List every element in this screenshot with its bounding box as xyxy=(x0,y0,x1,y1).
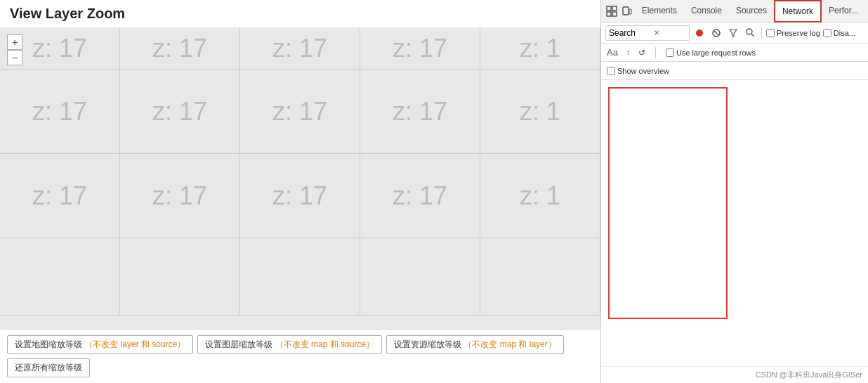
devtools-search-bar: ✕ Preserve log xyxy=(601,22,868,44)
large-rows-input[interactable] xyxy=(666,48,674,57)
devtools-content xyxy=(601,80,868,366)
btn-highlight-text: （不改变 map 和 source） xyxy=(275,339,374,349)
set-layer-zoom-button[interactable]: 设置图层缩放等级 （不改变 map 和 source） xyxy=(197,335,382,354)
svg-rect-1 xyxy=(612,6,617,11)
zoom-label: z: 17 xyxy=(393,97,447,126)
map-section: View Layer Zoom z: 17 z: 17 z: 17 z: 17 … xyxy=(0,0,600,383)
map-grid-cell: z: 1 xyxy=(480,70,600,154)
preserve-log-input[interactable] xyxy=(766,29,775,37)
tab-network[interactable]: Network xyxy=(774,0,822,22)
zoom-label: z: 17 xyxy=(32,34,87,63)
filter-button[interactable] xyxy=(726,26,740,40)
svg-rect-3 xyxy=(612,12,617,16)
disable-cache-input[interactable] xyxy=(823,29,831,37)
show-overview-input[interactable] xyxy=(607,67,615,75)
tab-console[interactable]: Console xyxy=(684,0,729,22)
refresh-icon[interactable]: ↺ xyxy=(638,48,645,58)
set-source-zoom-button[interactable]: 设置资源缩放等级 （不改变 map 和 layer） xyxy=(386,335,564,354)
options-separator: ↕ xyxy=(626,48,630,56)
preserve-log-checkbox[interactable]: Preserve log xyxy=(766,29,820,37)
map-grid-cell: z: 17 xyxy=(240,154,360,238)
map-grid-cell: z: 17 xyxy=(240,70,360,154)
svg-rect-4 xyxy=(623,7,629,15)
svg-line-8 xyxy=(714,31,718,35)
map-grid-row: z: 17 z: 17 z: 17 z: 17 z: 1 xyxy=(0,27,600,70)
svg-point-6 xyxy=(696,30,703,37)
device-toggle-icon[interactable] xyxy=(621,4,633,18)
zoom-label: z: 17 xyxy=(272,97,327,126)
map-grid: z: 17 z: 17 z: 17 z: 17 z: 1 z: 17 z: 17… xyxy=(0,27,600,329)
map-grid-cell xyxy=(0,238,120,316)
clear-button[interactable] xyxy=(709,26,723,40)
svg-rect-2 xyxy=(607,12,611,16)
zoom-label: z: 1 xyxy=(520,34,560,63)
map-grid-cell: z: 1 xyxy=(480,27,600,70)
devtools-options-bar-2: Show overview xyxy=(601,62,868,80)
map-viewport[interactable]: z: 17 z: 17 z: 17 z: 17 z: 1 z: 17 z: 17… xyxy=(0,27,600,329)
attribution-text: CSDN @非科班Java出身GISer xyxy=(756,370,862,379)
svg-rect-0 xyxy=(607,6,611,11)
map-grid-cell xyxy=(360,238,480,316)
map-grid-row: z: 17 z: 17 z: 17 z: 17 z: 1 xyxy=(0,70,600,154)
svg-rect-5 xyxy=(629,9,631,14)
large-rows-checkbox[interactable]: Use large request rows xyxy=(666,48,756,57)
disable-cache-checkbox[interactable]: Disa... xyxy=(823,29,855,37)
btn-normal-text: 设置图层缩放等级 xyxy=(205,339,272,349)
btn-normal-text: 设置资源缩放等级 xyxy=(394,339,461,349)
zoom-label: z: 17 xyxy=(393,34,447,63)
btn-highlight-text: （不改变 layer 和 source） xyxy=(84,339,185,349)
map-grid-cell: z: 17 xyxy=(360,154,480,238)
svg-line-11 xyxy=(751,34,754,37)
inspect-element-icon[interactable] xyxy=(605,4,618,18)
svg-marker-9 xyxy=(730,30,737,37)
btn-normal-text: 还原所有缩放等级 xyxy=(15,363,82,372)
map-buttons-bar: 设置地图缩放等级 （不改变 layer 和 source） 设置图层缩放等级 （… xyxy=(0,329,600,383)
map-grid-cell: z: 17 xyxy=(240,27,360,70)
font-size-label: Aa xyxy=(607,47,618,58)
search-input-wrap: ✕ xyxy=(605,25,690,41)
map-grid-cell: z: 17 xyxy=(120,27,240,70)
zoom-label: z: 17 xyxy=(152,34,207,63)
zoom-label: z: 17 xyxy=(32,181,87,211)
map-grid-cell: z: 17 xyxy=(360,70,480,154)
network-search-button[interactable] xyxy=(743,26,757,40)
zoom-label: z: 17 xyxy=(152,181,207,211)
map-grid-cell xyxy=(240,238,360,316)
record-button[interactable] xyxy=(692,26,706,40)
map-grid-cell: z: 17 xyxy=(120,70,240,154)
toolbar-separator-2 xyxy=(655,47,656,58)
map-grid-cell: z: 17 xyxy=(360,27,480,70)
map-grid-row xyxy=(0,238,600,316)
map-grid-cell: z: 17 xyxy=(120,154,240,238)
devtools-options-bar: Aa ↕ ↺ Use large request rows xyxy=(601,44,868,62)
map-grid-cell: z: 1 xyxy=(480,154,600,238)
zoom-label: z: 1 xyxy=(520,97,560,126)
map-grid-row: z: 17 z: 17 z: 17 z: 17 z: 1 xyxy=(0,154,600,238)
map-grid-cell: z: 17 xyxy=(0,70,120,154)
btn-highlight-text: （不改变 map 和 layer） xyxy=(463,339,555,349)
tab-performance[interactable]: Perfor... xyxy=(822,0,865,22)
page-title: View Layer Zoom xyxy=(0,0,600,27)
map-grid-cell xyxy=(480,238,600,316)
search-clear-button[interactable]: ✕ xyxy=(651,27,662,39)
zoom-label: z: 17 xyxy=(272,181,327,211)
show-overview-checkbox[interactable]: Show overview xyxy=(607,67,669,75)
devtools-tab-bar: Elements Console Sources Network Perfor.… xyxy=(601,0,868,22)
btn-normal-text: 设置地图缩放等级 xyxy=(15,339,82,349)
zoom-controls: + − xyxy=(7,34,22,65)
tab-elements[interactable]: Elements xyxy=(635,0,684,22)
tab-sources[interactable]: Sources xyxy=(729,0,774,22)
devtools-panel: Elements Console Sources Network Perfor.… xyxy=(600,0,868,383)
zoom-label: z: 1 xyxy=(520,181,560,211)
search-input[interactable] xyxy=(609,28,651,38)
zoom-label: z: 17 xyxy=(32,97,87,126)
restore-zoom-button[interactable]: 还原所有缩放等级 xyxy=(7,358,90,377)
set-map-zoom-button[interactable]: 设置地图缩放等级 （不改变 layer 和 source） xyxy=(7,335,193,354)
toolbar-separator xyxy=(761,27,762,39)
zoom-label: z: 17 xyxy=(393,181,447,211)
zoom-in-button[interactable]: + xyxy=(7,34,22,50)
network-request-box xyxy=(608,87,728,319)
zoom-label: z: 17 xyxy=(272,34,327,63)
zoom-out-button[interactable]: − xyxy=(7,50,22,65)
map-grid-cell: z: 17 xyxy=(0,154,120,238)
